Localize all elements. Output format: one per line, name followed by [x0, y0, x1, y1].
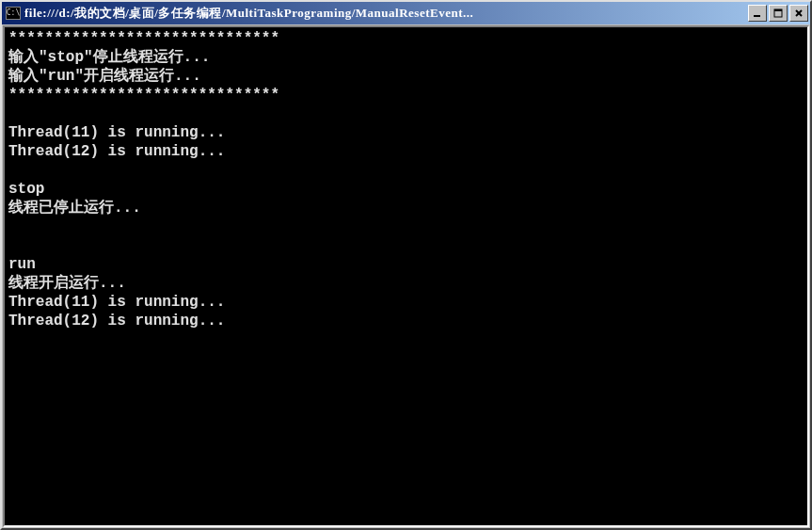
console-line	[8, 104, 804, 123]
console-line	[8, 217, 804, 236]
console-line: stop	[8, 180, 804, 199]
close-icon	[794, 8, 804, 18]
console-line: Thread(12) is running...	[8, 142, 804, 161]
close-button[interactable]	[789, 5, 808, 22]
minimize-button[interactable]	[748, 5, 767, 22]
console-line: 线程开启运行...	[8, 274, 804, 293]
maximize-icon	[773, 8, 783, 18]
title-bar[interactable]: C:\ file:///d:/我的文档/桌面/多任务编程/MultiTaskPr…	[2, 2, 810, 24]
window-title: file:///d:/我的文档/桌面/多任务编程/MultiTaskProgra…	[24, 5, 746, 22]
svg-rect-2	[774, 9, 782, 11]
svg-rect-0	[754, 15, 760, 17]
minimize-icon	[753, 8, 762, 18]
app-icon[interactable]: C:\	[6, 7, 21, 20]
console-line: Thread(11) is running...	[8, 293, 804, 312]
console-line: ******************************	[8, 86, 804, 104]
console-line: Thread(12) is running...	[8, 312, 804, 330]
console-line	[8, 161, 804, 180]
console-line: 输入"stop"停止线程运行...	[8, 48, 804, 67]
console-line: ******************************	[8, 29, 804, 48]
console-line	[8, 236, 804, 255]
console-line: Thread(11) is running...	[8, 123, 804, 142]
console-line: run	[8, 255, 804, 274]
console-line: 线程已停止运行...	[8, 199, 804, 217]
console-output[interactable]: ******************************输入"stop"停止…	[3, 25, 809, 527]
console-line: 输入"run"开启线程运行...	[8, 67, 804, 86]
window-controls	[746, 5, 808, 22]
maximize-button[interactable]	[769, 5, 788, 22]
console-window: C:\ file:///d:/我的文档/桌面/多任务编程/MultiTaskPr…	[0, 0, 812, 530]
